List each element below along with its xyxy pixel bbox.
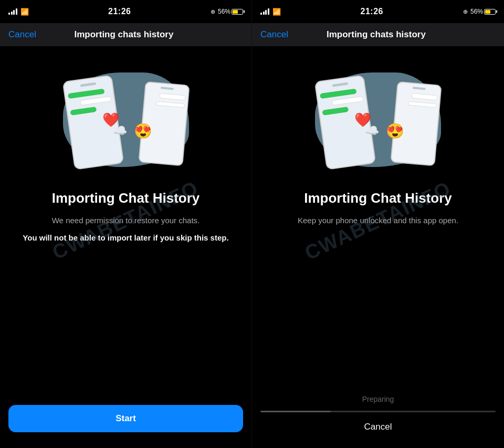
right-main-title: Importing Chat History [304,190,452,206]
preparing-label: Preparing [362,395,394,403]
left-sub-text: We need permission to restore your chats… [52,215,200,227]
right-cloud-icon: ☁️ [365,124,379,138]
start-button[interactable]: Start [8,405,243,432]
left-status-right: ⊕ 56% [211,8,243,15]
left-nav-title: Importing chats history [75,29,174,40]
location-icon: ⊕ [211,8,215,15]
right-status-left: 📶 [260,8,281,16]
right-phone-notch-2 [413,87,426,90]
cloud-icon: ☁️ [113,124,127,138]
right-status-bar: 📶 21:26 ⊕ 56% [252,0,504,23]
right-signal-bars-icon [260,8,269,15]
right-wifi-icon: 📶 [272,8,281,16]
left-illustration: ❤️ ☁️ 😍 [52,62,200,178]
right-battery-indicator: 56% [470,8,496,15]
left-main-title: Importing Chat History [52,190,200,206]
wifi-icon: 📶 [20,8,29,16]
right-white-bubble-2 [411,93,438,100]
battery-indicator: 56% [218,8,243,15]
right-green-bubble-2 [322,107,349,116]
right-content: CWABETAINFO ❤️ ☁️ 😍 Importing Chat Histo… [252,46,504,395]
progress-bar-fill [260,411,331,412]
left-time: 21:26 [108,7,131,16]
right-nav-title: Importing chats history [327,29,426,40]
left-status-bar: 📶 21:26 ⊕ 56% [0,0,251,23]
progress-area: Preparing Cancel [252,395,504,448]
white-bubble-2 [159,93,186,100]
white-bubble [79,96,111,106]
right-phone-notch [332,82,348,87]
right-phone-screen: 📶 21:26 ⊕ 56% Cancel Importing chats his… [252,0,504,448]
right-time: 21:26 [361,7,383,16]
gray-bubble [155,101,184,108]
right-location-icon: ⊕ [463,8,468,15]
right-battery-icon [484,9,496,15]
right-nav-bar: Cancel Importing chats history [252,23,504,46]
right-love-face-emoji-icon: 😍 [386,122,404,140]
battery-icon [232,9,243,15]
battery-fill [233,10,238,14]
love-face-emoji-icon: 😍 [134,122,152,140]
left-phone-screen: 📶 21:26 ⊕ 56% Cancel Importing chats his… [0,0,252,448]
right-gray-bubble [408,101,437,108]
left-status-left: 📶 [8,8,29,16]
left-content: CWABETAINFO ❤️ ☁️ 😍 Importing Chat Histo… [0,46,251,394]
right-illustration: ❤️ ☁️ 😍 [304,62,452,178]
left-bottom-area: Start [0,394,251,448]
green-bubble-2 [70,107,97,116]
right-status-right: ⊕ 56% [463,8,496,15]
progress-bar-container [260,411,496,412]
signal-bars-icon [8,8,17,15]
bottom-cancel-button[interactable]: Cancel [364,422,392,432]
battery-percent: 56% [218,8,230,15]
left-warning-text: You will not be able to import later if … [23,232,228,244]
left-cancel-button[interactable]: Cancel [8,29,36,40]
phone-notch [80,82,96,87]
right-battery-fill [485,10,490,14]
left-nav-bar: Cancel Importing chats history [0,23,251,46]
phone-notch-2 [160,87,173,90]
right-battery-percent: 56% [470,8,483,15]
right-white-bubble [332,96,364,106]
right-cancel-nav-button[interactable]: Cancel [260,29,288,40]
right-sub-text: Keep your phone unlocked and this app op… [298,215,458,227]
